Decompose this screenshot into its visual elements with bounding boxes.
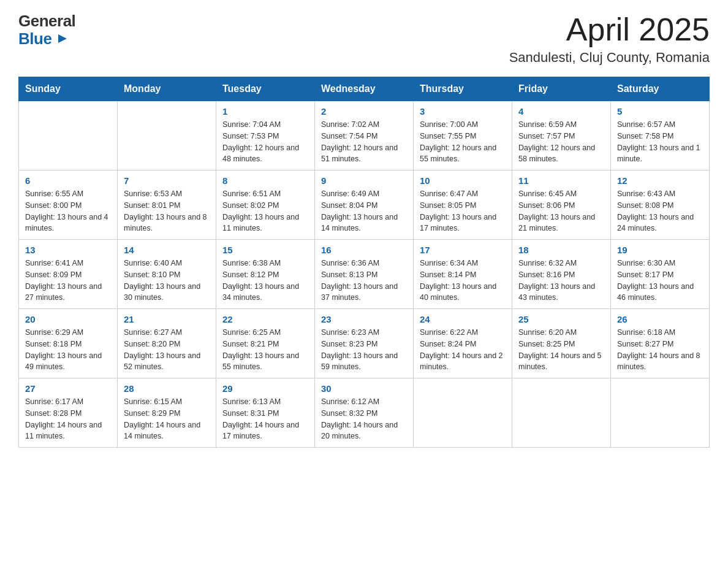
day-number: 28 — [124, 383, 210, 394]
calendar-cell: 5Sunrise: 6:57 AM Sunset: 7:58 PM Daylig… — [611, 101, 710, 170]
calendar-cell: 15Sunrise: 6:38 AM Sunset: 8:12 PM Dayli… — [216, 240, 315, 309]
calendar-cell: 4Sunrise: 6:59 AM Sunset: 7:57 PM Daylig… — [512, 101, 611, 170]
day-number: 15 — [222, 245, 308, 255]
day-number: 29 — [222, 383, 308, 394]
day-info: Sunrise: 6:17 AM Sunset: 8:28 PM Dayligh… — [25, 396, 111, 442]
calendar-cell: 11Sunrise: 6:45 AM Sunset: 8:06 PM Dayli… — [512, 170, 611, 240]
calendar-week-4: 20Sunrise: 6:29 AM Sunset: 8:18 PM Dayli… — [19, 309, 710, 378]
logo-general: General — [18, 12, 75, 30]
day-info: Sunrise: 6:59 AM Sunset: 7:57 PM Dayligh… — [518, 119, 604, 165]
day-info: Sunrise: 6:45 AM Sunset: 8:06 PM Dayligh… — [518, 188, 604, 234]
day-number: 19 — [617, 245, 703, 255]
calendar-cell: 29Sunrise: 6:13 AM Sunset: 8:31 PM Dayli… — [216, 378, 315, 448]
day-number: 6 — [25, 175, 111, 186]
calendar-table: SundayMondayTuesdayWednesdayThursdayFrid… — [18, 77, 710, 448]
calendar-cell: 28Sunrise: 6:15 AM Sunset: 8:29 PM Dayli… — [118, 378, 216, 448]
day-number: 5 — [617, 106, 703, 117]
calendar-cell: 21Sunrise: 6:27 AM Sunset: 8:20 PM Dayli… — [118, 309, 216, 378]
calendar-cell: 24Sunrise: 6:22 AM Sunset: 8:24 PM Dayli… — [414, 309, 512, 378]
day-info: Sunrise: 6:55 AM Sunset: 8:00 PM Dayligh… — [25, 188, 111, 234]
day-info: Sunrise: 6:32 AM Sunset: 8:16 PM Dayligh… — [518, 258, 604, 304]
calendar-header-tuesday: Tuesday — [216, 77, 315, 101]
calendar-cell: 14Sunrise: 6:40 AM Sunset: 8:10 PM Dayli… — [118, 240, 216, 309]
day-number: 4 — [518, 106, 604, 117]
day-info: Sunrise: 6:40 AM Sunset: 8:10 PM Dayligh… — [124, 258, 210, 304]
day-number: 23 — [321, 314, 407, 324]
calendar-cell: 6Sunrise: 6:55 AM Sunset: 8:00 PM Daylig… — [19, 170, 118, 240]
day-number: 30 — [321, 383, 407, 394]
day-number: 7 — [124, 175, 210, 186]
day-info: Sunrise: 6:51 AM Sunset: 8:02 PM Dayligh… — [222, 188, 308, 234]
day-info: Sunrise: 7:00 AM Sunset: 7:55 PM Dayligh… — [420, 119, 506, 165]
day-info: Sunrise: 6:22 AM Sunset: 8:24 PM Dayligh… — [420, 327, 506, 373]
location-title: Sandulesti, Cluj County, Romania — [509, 50, 710, 66]
calendar-header-friday: Friday — [512, 77, 611, 101]
logo: General Blue — [18, 12, 75, 47]
calendar-cell — [118, 101, 216, 170]
day-number: 22 — [222, 314, 308, 324]
day-number: 9 — [321, 175, 407, 186]
day-number: 11 — [518, 175, 604, 186]
day-info: Sunrise: 7:04 AM Sunset: 7:53 PM Dayligh… — [222, 119, 308, 165]
page-header: General Blue April 2025 Sandulesti, Cluj… — [18, 12, 710, 66]
day-info: Sunrise: 6:25 AM Sunset: 8:21 PM Dayligh… — [222, 327, 308, 373]
calendar-header-sunday: Sunday — [19, 77, 118, 101]
calendar-cell: 2Sunrise: 7:02 AM Sunset: 7:54 PM Daylig… — [315, 101, 414, 170]
calendar-cell — [414, 378, 512, 448]
logo-blue: Blue — [18, 30, 75, 48]
day-number: 20 — [25, 314, 111, 324]
day-info: Sunrise: 6:41 AM Sunset: 8:09 PM Dayligh… — [25, 258, 111, 304]
day-info: Sunrise: 6:57 AM Sunset: 7:58 PM Dayligh… — [617, 119, 703, 165]
day-info: Sunrise: 7:02 AM Sunset: 7:54 PM Dayligh… — [321, 119, 407, 165]
title-section: April 2025 Sandulesti, Cluj County, Roma… — [509, 12, 710, 66]
day-info: Sunrise: 6:38 AM Sunset: 8:12 PM Dayligh… — [222, 258, 308, 304]
calendar-week-1: 1Sunrise: 7:04 AM Sunset: 7:53 PM Daylig… — [19, 101, 710, 170]
calendar-cell: 3Sunrise: 7:00 AM Sunset: 7:55 PM Daylig… — [414, 101, 512, 170]
day-info: Sunrise: 6:49 AM Sunset: 8:04 PM Dayligh… — [321, 188, 407, 234]
day-info: Sunrise: 6:12 AM Sunset: 8:32 PM Dayligh… — [321, 396, 407, 442]
day-info: Sunrise: 6:29 AM Sunset: 8:18 PM Dayligh… — [25, 327, 111, 373]
day-info: Sunrise: 6:20 AM Sunset: 8:25 PM Dayligh… — [518, 327, 604, 373]
calendar-week-3: 13Sunrise: 6:41 AM Sunset: 8:09 PM Dayli… — [19, 240, 710, 309]
day-info: Sunrise: 6:36 AM Sunset: 8:13 PM Dayligh… — [321, 258, 407, 304]
calendar-cell: 22Sunrise: 6:25 AM Sunset: 8:21 PM Dayli… — [216, 309, 315, 378]
calendar-cell: 19Sunrise: 6:30 AM Sunset: 8:17 PM Dayli… — [611, 240, 710, 309]
calendar-cell: 26Sunrise: 6:18 AM Sunset: 8:27 PM Dayli… — [611, 309, 710, 378]
day-number: 17 — [420, 245, 506, 255]
day-number: 25 — [518, 314, 604, 324]
calendar-cell: 8Sunrise: 6:51 AM Sunset: 8:02 PM Daylig… — [216, 170, 315, 240]
day-number: 18 — [518, 245, 604, 255]
day-number: 14 — [124, 245, 210, 255]
day-info: Sunrise: 6:23 AM Sunset: 8:23 PM Dayligh… — [321, 327, 407, 373]
day-info: Sunrise: 6:43 AM Sunset: 8:08 PM Dayligh… — [617, 188, 703, 234]
day-info: Sunrise: 6:15 AM Sunset: 8:29 PM Dayligh… — [124, 396, 210, 442]
calendar-cell: 23Sunrise: 6:23 AM Sunset: 8:23 PM Dayli… — [315, 309, 414, 378]
month-title: April 2025 — [509, 12, 710, 47]
calendar-week-5: 27Sunrise: 6:17 AM Sunset: 8:28 PM Dayli… — [19, 378, 710, 448]
svg-marker-0 — [58, 34, 67, 43]
calendar-cell: 20Sunrise: 6:29 AM Sunset: 8:18 PM Dayli… — [19, 309, 118, 378]
day-number: 2 — [321, 106, 407, 117]
logo-triangle-icon — [57, 33, 68, 44]
calendar-cell: 13Sunrise: 6:41 AM Sunset: 8:09 PM Dayli… — [19, 240, 118, 309]
day-info: Sunrise: 6:27 AM Sunset: 8:20 PM Dayligh… — [124, 327, 210, 373]
calendar-cell — [512, 378, 611, 448]
day-number: 24 — [420, 314, 506, 324]
day-number: 13 — [25, 245, 111, 255]
calendar-cell: 17Sunrise: 6:34 AM Sunset: 8:14 PM Dayli… — [414, 240, 512, 309]
day-number: 21 — [124, 314, 210, 324]
day-info: Sunrise: 6:30 AM Sunset: 8:17 PM Dayligh… — [617, 258, 703, 304]
day-info: Sunrise: 6:47 AM Sunset: 8:05 PM Dayligh… — [420, 188, 506, 234]
day-number: 12 — [617, 175, 703, 186]
day-number: 3 — [420, 106, 506, 117]
calendar-cell — [611, 378, 710, 448]
day-info: Sunrise: 6:18 AM Sunset: 8:27 PM Dayligh… — [617, 327, 703, 373]
day-number: 27 — [25, 383, 111, 394]
calendar-header-saturday: Saturday — [611, 77, 710, 101]
day-info: Sunrise: 6:34 AM Sunset: 8:14 PM Dayligh… — [420, 258, 506, 304]
calendar-cell: 9Sunrise: 6:49 AM Sunset: 8:04 PM Daylig… — [315, 170, 414, 240]
day-number: 26 — [617, 314, 703, 324]
calendar-cell: 18Sunrise: 6:32 AM Sunset: 8:16 PM Dayli… — [512, 240, 611, 309]
day-number: 10 — [420, 175, 506, 186]
calendar-cell: 25Sunrise: 6:20 AM Sunset: 8:25 PM Dayli… — [512, 309, 611, 378]
